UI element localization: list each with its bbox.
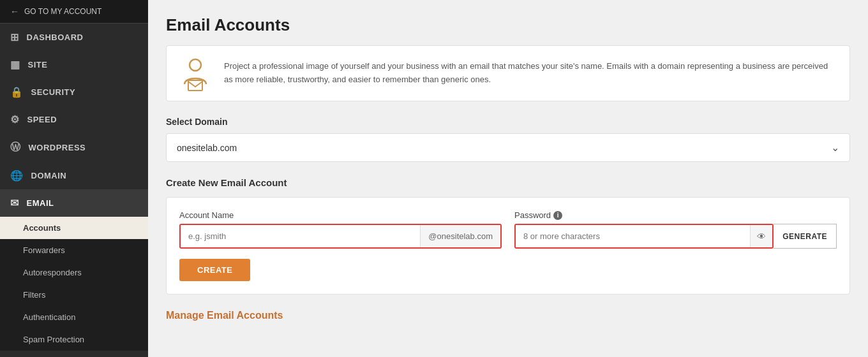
security-icon: 🔒 bbox=[10, 86, 24, 98]
domain-select[interactable]: onesitelab.com ⌄ bbox=[166, 133, 850, 162]
password-input-wrapper: 👁 bbox=[514, 224, 774, 249]
sidebar-item-accounts[interactable]: Accounts bbox=[0, 217, 148, 239]
sidebar-item-spam-protection[interactable]: Spam Protection bbox=[0, 328, 148, 351]
speed-icon: ⚙ bbox=[10, 113, 20, 126]
generate-password-button[interactable]: GENERATE bbox=[774, 224, 837, 249]
sidebar-item-autoresponders[interactable]: Autoresponders bbox=[0, 261, 148, 284]
sidebar-nav-item-speed[interactable]: ⚙ SPEED bbox=[0, 106, 148, 133]
create-section-title: Create New Email Account bbox=[166, 177, 850, 188]
account-name-label: Account Name bbox=[179, 210, 502, 220]
dashboard-icon: ⊞ bbox=[10, 31, 19, 43]
sidebar-nav-item-site[interactable]: ▦ SITE bbox=[0, 51, 148, 78]
account-name-group: Account Name @onesitelab.com bbox=[179, 210, 502, 249]
info-banner: Project a professional image of yourself… bbox=[166, 45, 850, 101]
site-icon: ▦ bbox=[10, 59, 20, 71]
svg-rect-1 bbox=[188, 80, 202, 91]
sidebar-nav-item-security[interactable]: 🔒 SECURITY bbox=[0, 78, 148, 106]
password-info-icon: i bbox=[553, 211, 562, 220]
account-name-input[interactable] bbox=[181, 225, 420, 247]
sidebar-nav-item-wordpress[interactable]: Ⓦ WORDPRESS bbox=[0, 133, 148, 162]
form-row: Account Name @onesitelab.com Password i … bbox=[179, 210, 837, 249]
email-icon: ✉ bbox=[10, 197, 19, 209]
sidebar-item-authentication[interactable]: Authentication bbox=[0, 306, 148, 328]
create-account-button[interactable]: CREATE bbox=[179, 259, 250, 281]
sidebar-item-forwarders[interactable]: Forwarders bbox=[0, 239, 148, 261]
email-person-icon bbox=[179, 57, 211, 89]
info-banner-text: Project a professional image of yourself… bbox=[224, 60, 837, 87]
back-arrow-icon: ← bbox=[10, 6, 19, 17]
go-to-account-link[interactable]: ← GO TO MY ACCOUNT bbox=[0, 0, 148, 24]
wordpress-icon: Ⓦ bbox=[10, 141, 21, 154]
email-sub-menu: Accounts Forwarders Autoresponders Filte… bbox=[0, 217, 148, 351]
password-label: Password i bbox=[514, 210, 837, 220]
svg-point-0 bbox=[190, 59, 201, 71]
sidebar-nav-item-email[interactable]: ✉ EMAIL bbox=[0, 189, 148, 217]
create-form-card: Account Name @onesitelab.com Password i … bbox=[166, 197, 850, 295]
page-title: Email Accounts bbox=[166, 15, 850, 35]
manage-section-title: Manage Email Accounts bbox=[166, 310, 850, 321]
domain-suffix: @onesitelab.com bbox=[420, 225, 500, 247]
main-content: Email Accounts Project a professional im… bbox=[148, 0, 868, 357]
password-toggle-visibility-button[interactable]: 👁 bbox=[750, 225, 772, 247]
sidebar-nav-item-domain[interactable]: 🌐 DOMAIN bbox=[0, 162, 148, 189]
select-domain-label: Select Domain bbox=[166, 117, 850, 127]
chevron-down-icon: ⌄ bbox=[831, 142, 839, 154]
sidebar-nav-item-dashboard[interactable]: ⊞ DASHBOARD bbox=[0, 24, 148, 51]
sidebar: ← GO TO MY ACCOUNT ⊞ DASHBOARD ▦ SITE 🔒 … bbox=[0, 0, 148, 357]
password-field-row: 👁 GENERATE bbox=[514, 224, 837, 249]
domain-icon: 🌐 bbox=[10, 170, 24, 182]
domain-select-value: onesitelab.com bbox=[177, 143, 237, 153]
sidebar-item-filters[interactable]: Filters bbox=[0, 284, 148, 306]
go-to-account-label: GO TO MY ACCOUNT bbox=[24, 7, 101, 16]
password-input[interactable] bbox=[516, 225, 750, 247]
account-input-wrapper: @onesitelab.com bbox=[179, 224, 502, 249]
password-group: Password i 👁 GENERATE bbox=[514, 210, 837, 249]
